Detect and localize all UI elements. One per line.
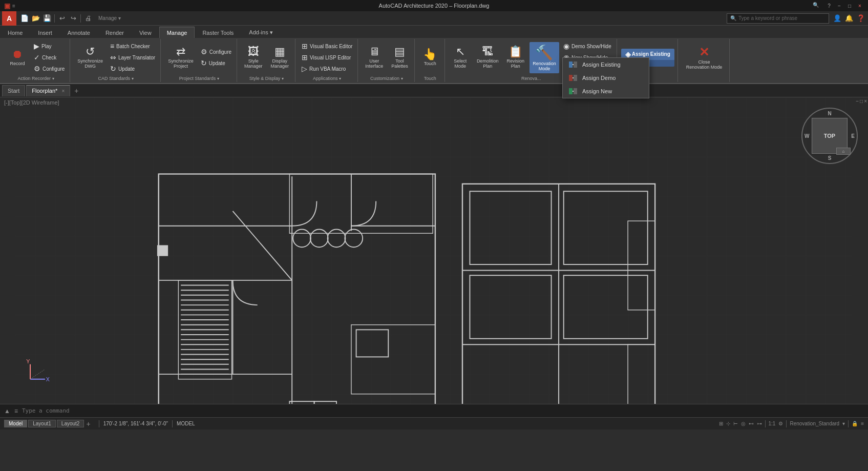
cad-standards-col: ≡ Batch Checker ⇔ Layer Translator ↻ Upd… xyxy=(108,41,157,74)
open-button[interactable]: 📂 xyxy=(31,13,41,24)
print-button[interactable]: 🖨 xyxy=(83,13,93,24)
project-standards-dropdown[interactable]: ▾ xyxy=(217,76,219,81)
status-right: ⊞ ⊹ ⊢ ◎ ⊷ ⊶ 1:1 ⚙ Renovation_Standard ▾ … xyxy=(719,420,864,427)
object-snap-toggle[interactable]: ⊷ xyxy=(749,421,754,426)
style-manager-icon: 🖼 xyxy=(248,46,259,57)
command-input[interactable] xyxy=(22,407,864,414)
check-button[interactable]: ✓ Check xyxy=(32,52,67,63)
cmd-settings-icon[interactable]: ≡ xyxy=(14,407,18,415)
floorplan-tab[interactable]: Floorplan* × xyxy=(26,85,70,96)
ribbon-content: ⏺ Record ▶ Play ✓ Check ⚙ Configure xyxy=(0,38,868,83)
viewport-close[interactable]: × xyxy=(864,98,867,104)
layout2-tab[interactable]: Layout2 xyxy=(57,420,84,427)
svg-rect-66 xyxy=(574,62,577,68)
select-mode-button[interactable]: ↖ SelectMode xyxy=(449,45,472,70)
action-recorder-dropdown[interactable]: ▾ xyxy=(52,76,54,81)
polar-toggle[interactable]: ◎ xyxy=(741,421,746,426)
tab-view[interactable]: View xyxy=(132,27,159,38)
touch-group: 👆 Touch Touch xyxy=(416,39,445,82)
renovation-mode-button[interactable]: 🔨 RenovationMode xyxy=(530,42,559,73)
viewport-restore[interactable]: − xyxy=(856,98,859,104)
tab-raster-tools[interactable]: Raster Tools xyxy=(195,27,241,38)
run-vba-macro-button[interactable]: ▷ Run VBA Macro xyxy=(300,64,354,74)
floorplan-drawing[interactable]: X Y xyxy=(0,97,868,404)
app-menu-button[interactable]: A xyxy=(2,11,16,26)
grid-toggle[interactable]: ⊞ xyxy=(719,421,723,426)
visual-basic-editor-button[interactable]: ⊞ Visual Basic Editor xyxy=(300,41,354,51)
batch-checker-button[interactable]: ≡ Batch Checker xyxy=(108,41,157,51)
search-icon: 🔍 xyxy=(813,2,819,9)
display-manager-button[interactable]: ▦ DisplayManager xyxy=(268,45,292,70)
close-renovation-button[interactable]: ✕ CloseRenovation Mode xyxy=(682,43,727,72)
help-button[interactable]: ? xyxy=(825,2,833,9)
workspace-display[interactable]: ⚙ xyxy=(778,421,783,426)
visual-lisp-editor-button[interactable]: ⊞ Visual LISP Editor xyxy=(300,52,354,63)
user-interface-button[interactable]: 🖥 UserInterface xyxy=(362,45,386,70)
cad-standards-dropdown[interactable]: ▾ xyxy=(132,76,134,81)
cmd-expand-icon[interactable]: ▲ xyxy=(4,407,10,415)
help-icon[interactable]: ❓ xyxy=(856,13,866,24)
search-bar[interactable]: 🔍 Type a keyword or phrase xyxy=(727,13,829,24)
new-button[interactable]: 📄 xyxy=(19,13,30,24)
minimize-button[interactable]: − xyxy=(835,2,843,9)
canvas-area[interactable]: [-][Top][2D Wireframe] xyxy=(0,97,868,404)
undo-button[interactable]: ↩ xyxy=(57,13,67,24)
annotation-scale[interactable]: ▾ xyxy=(842,421,845,426)
ortho-toggle[interactable]: ⊢ xyxy=(733,421,738,426)
restore-button[interactable]: □ xyxy=(845,2,854,9)
customization-dropdown[interactable]: ▾ xyxy=(401,76,403,81)
touch-button[interactable]: 👆 Touch xyxy=(419,47,441,68)
tab-addins[interactable]: Add-ins ▾ xyxy=(241,27,280,38)
assign-new-item[interactable]: Assign New xyxy=(563,85,649,98)
demolition-plan-button[interactable]: 🏗 DemolitionPlan xyxy=(474,45,502,70)
svg-rect-1 xyxy=(15,97,853,404)
record-button[interactable]: ⏺ Record xyxy=(5,47,30,68)
assign-existing-item[interactable]: Assign Existing xyxy=(563,58,649,71)
play-button[interactable]: ▶ Play xyxy=(32,41,67,51)
lock-icon[interactable]: 🔒 xyxy=(852,421,858,426)
proj-update-button[interactable]: ↻ Update xyxy=(199,58,234,68)
add-layout-button[interactable]: + xyxy=(86,420,90,428)
applications-dropdown[interactable]: ▾ xyxy=(339,76,341,81)
layout1-tab[interactable]: Layout1 xyxy=(28,420,56,427)
user-icon[interactable]: 👤 xyxy=(832,13,842,24)
object-tracking-toggle[interactable]: ⊶ xyxy=(757,421,762,426)
redo-button[interactable]: ↪ xyxy=(68,13,78,24)
configure-button[interactable]: ⚙ Configure xyxy=(32,64,67,74)
proj-configure-button[interactable]: ⚙ Configure xyxy=(199,47,234,57)
close-button[interactable]: × xyxy=(856,2,864,9)
nav-cube-ring: N S E W TOP xyxy=(801,108,858,164)
viewport-maximize[interactable]: □ xyxy=(860,98,863,104)
tab-home[interactable]: Home xyxy=(0,27,30,38)
workspace-selector[interactable]: Manage ▾ xyxy=(98,15,121,21)
toolbar-separator-2 xyxy=(80,14,81,23)
demo-show-hide-button[interactable]: ◉ Demo Show/Hide xyxy=(561,41,613,51)
synchronize-dwg-button[interactable]: ↺ SynchronizeDWG xyxy=(74,45,106,70)
navigation-cube[interactable]: N S E W TOP ⌂ xyxy=(801,108,858,164)
update-button[interactable]: ↻ Update xyxy=(108,64,157,74)
revision-plan-button[interactable]: 📋 RevisionPlan xyxy=(503,45,527,70)
tool-palettes-button[interactable]: ▤ ToolPalettes xyxy=(388,45,411,70)
nav-home-button[interactable]: ⌂ xyxy=(836,148,851,155)
action-recorder-group: ⏺ Record ▶ Play ✓ Check ⚙ Configure xyxy=(2,39,70,82)
assign-demo-item[interactable]: Assign Demo xyxy=(563,71,649,85)
tab-insert[interactable]: Insert xyxy=(30,27,60,38)
start-tab[interactable]: Start xyxy=(2,85,25,96)
notification-icon[interactable]: 🔔 xyxy=(844,13,854,24)
layer-translator-button[interactable]: ⇔ Layer Translator xyxy=(108,52,157,63)
close-x-icon: ✕ xyxy=(699,45,709,59)
save-button[interactable]: 💾 xyxy=(42,13,52,24)
snap-toggle[interactable]: ⊹ xyxy=(726,421,730,426)
floorplan-tab-close[interactable]: × xyxy=(61,88,65,94)
synchronize-project-button[interactable]: ⇄ SynchronizeProject xyxy=(165,45,197,70)
style-manager-button[interactable]: 🖼 StyleManager xyxy=(241,45,266,70)
touch-label: Touch xyxy=(424,76,436,81)
new-tab-button[interactable]: + xyxy=(71,86,81,96)
tab-manage[interactable]: Manage xyxy=(159,27,195,38)
style-display-dropdown[interactable]: ▾ xyxy=(282,76,284,81)
quick-access-toolbar: A 📄 📂 💾 ↩ ↪ 🖨 Manage ▾ 🔍 Type a keyword … xyxy=(0,11,868,26)
tab-annotate[interactable]: Annotate xyxy=(60,27,98,38)
tab-render[interactable]: Render xyxy=(98,27,132,38)
model-tab[interactable]: Model xyxy=(4,420,27,427)
properties-icon[interactable]: ≡ xyxy=(861,421,864,426)
